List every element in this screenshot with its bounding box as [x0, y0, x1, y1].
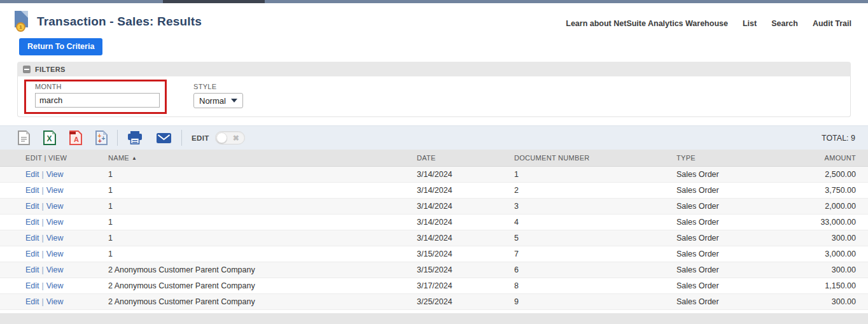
table-row: Edit|View 1 3/14/2024 1 Sales Order 2,50… [0, 166, 868, 182]
tableau-export-icon[interactable]: + + + [95, 130, 108, 145]
filters-title: FILTERS [35, 66, 66, 73]
column-header-date[interactable]: DATE [417, 150, 514, 166]
style-filter-field: STYLE Normal [193, 83, 243, 108]
name-cell: 1 [108, 166, 417, 182]
date-cell: 3/14/2024 [417, 214, 514, 230]
name-cell: 2 Anonymous Customer Parent Company [108, 293, 417, 309]
dropdown-caret-icon [231, 99, 237, 102]
collapse-minus-icon[interactable] [23, 66, 31, 73]
date-cell: 3/14/2024 [417, 166, 514, 182]
document-number-cell: 3 [514, 198, 676, 214]
name-cell: 1 [108, 230, 417, 246]
column-header-document-number[interactable]: DOCUMENT NUMBER [514, 150, 676, 166]
type-cell: Sales Order [676, 166, 816, 182]
month-input[interactable] [35, 93, 160, 108]
view-link[interactable]: View [46, 250, 64, 258]
type-cell: Sales Order [676, 214, 816, 230]
results-toolbar: X A + + + [0, 125, 868, 150]
edit-toggle[interactable]: ✖ [215, 131, 245, 144]
document-number-cell: 4 [514, 214, 676, 230]
edit-link[interactable]: Edit [25, 297, 39, 306]
date-cell: 3/14/2024 [417, 182, 514, 198]
email-icon[interactable] [156, 132, 172, 144]
header-row: EDIT | VIEW NAME▲ DATE DOCUMENT NUMBER T… [0, 150, 868, 166]
document-number-cell: 9 [514, 293, 676, 309]
view-link[interactable]: View [46, 170, 64, 179]
table-row: Edit|View 1 3/14/2024 2 Sales Order 3,75… [0, 182, 868, 198]
date-cell: 3/25/2024 [417, 293, 514, 309]
row-actions-cell: Edit|View [0, 278, 108, 293]
edit-link[interactable]: Edit [25, 170, 39, 179]
date-cell: 3/15/2024 [417, 262, 514, 278]
row-actions-cell: Edit|View [0, 182, 108, 198]
svg-text:X: X [46, 134, 52, 143]
name-cell: 2 Anonymous Customer Parent Company [108, 262, 417, 278]
table-row: Edit|View 1 3/15/2024 7 Sales Order 3,00… [0, 246, 868, 262]
toggle-knob [216, 132, 227, 143]
top-strip-dark-segment [163, 0, 265, 3]
amount-cell: 300.00 [816, 293, 868, 309]
svg-text:+: + [98, 137, 102, 144]
view-link[interactable]: View [46, 234, 64, 243]
view-link[interactable]: View [46, 186, 64, 195]
footer-bar [0, 313, 868, 324]
edit-link[interactable]: Edit [25, 265, 39, 274]
edit-link[interactable]: Edit [25, 202, 39, 211]
type-cell: Sales Order [676, 246, 816, 262]
edit-link[interactable]: Edit [25, 250, 39, 258]
column-header-name[interactable]: NAME▲ [108, 150, 417, 166]
excel-export-icon[interactable]: X [43, 130, 56, 145]
filters-body: MONTH STYLE Normal [17, 76, 851, 117]
view-link[interactable]: View [46, 202, 64, 211]
table-row: Edit|View 2 Anonymous Customer Parent Co… [0, 278, 868, 293]
results-table: EDIT | VIEW NAME▲ DATE DOCUMENT NUMBER T… [0, 150, 868, 310]
results-table-body: Edit|View 1 3/14/2024 1 Sales Order 2,50… [0, 166, 868, 309]
print-icon[interactable] [127, 130, 143, 145]
link-audit-trail[interactable]: Audit Trail [813, 19, 851, 28]
date-cell: 3/17/2024 [417, 278, 514, 293]
actions-separator: | [42, 202, 44, 211]
link-list[interactable]: List [743, 19, 757, 28]
view-link[interactable]: View [46, 281, 64, 290]
return-to-criteria-button[interactable]: Return To Criteria [19, 38, 102, 55]
document-number-cell: 5 [514, 230, 676, 246]
csv-export-icon[interactable] [18, 130, 30, 145]
amount-cell: 2,000.00 [816, 198, 868, 214]
row-actions-cell: Edit|View [0, 246, 108, 262]
column-header-type[interactable]: TYPE [676, 150, 816, 166]
page-title: Transaction - Sales: Results [37, 15, 202, 29]
document-number-cell: 1 [514, 166, 676, 182]
svg-text:+: + [102, 135, 106, 142]
column-header-amount[interactable]: AMOUNT [816, 150, 868, 166]
edit-link[interactable]: Edit [25, 186, 39, 195]
link-learn-about-naw[interactable]: Learn about NetSuite Analytics Warehouse [566, 19, 728, 28]
actions-separator: | [42, 297, 44, 306]
document-number-cell: 7 [514, 246, 676, 262]
view-link[interactable]: View [46, 297, 64, 306]
edit-link[interactable]: Edit [25, 234, 39, 243]
type-cell: Sales Order [676, 293, 816, 309]
view-link[interactable]: View [46, 265, 64, 274]
style-selected-value: Normal [199, 96, 226, 106]
edit-link[interactable]: Edit [25, 218, 39, 227]
actions-separator: | [42, 218, 44, 227]
style-select[interactable]: Normal [193, 93, 243, 108]
link-search[interactable]: Search [771, 19, 798, 28]
edit-link[interactable]: Edit [25, 281, 39, 290]
name-cell: 2 Anonymous Customer Parent Company [108, 278, 417, 293]
actions-separator: | [42, 234, 44, 243]
style-label: STYLE [193, 83, 243, 90]
filters-panel: FILTERS MONTH STYLE Normal [17, 62, 851, 117]
sort-ascending-icon: ▲ [132, 155, 137, 161]
table-row: Edit|View 1 3/14/2024 4 Sales Order 33,0… [0, 214, 868, 230]
filters-header: FILTERS [17, 62, 851, 76]
pdf-export-icon[interactable]: A [69, 130, 82, 145]
month-filter-field: MONTH [35, 83, 160, 108]
results-table-head: EDIT | VIEW NAME▲ DATE DOCUMENT NUMBER T… [0, 150, 868, 166]
row-actions-cell: Edit|View [0, 293, 108, 309]
view-link[interactable]: View [46, 218, 64, 227]
type-cell: Sales Order [676, 182, 816, 198]
date-cell: 3/14/2024 [417, 198, 514, 214]
coin-icon: 1 [16, 22, 25, 32]
title-wrap: 1 Transaction - Sales: Results [13, 11, 202, 32]
